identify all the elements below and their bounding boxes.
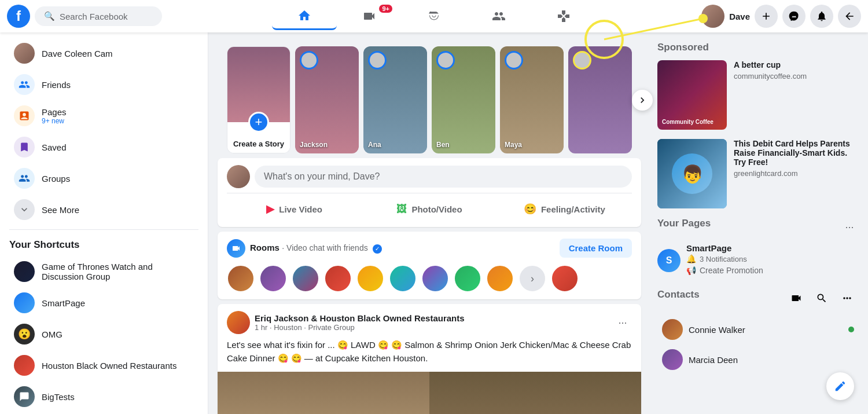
- nav-watch-button[interactable]: 9+: [337, 2, 402, 30]
- new-room-button[interactable]: [785, 287, 808, 310]
- shortcut-got[interactable]: Game of Thrones Watch and Discussion Gro…: [5, 257, 203, 287]
- sidebar-item-groups[interactable]: Groups: [5, 163, 203, 193]
- pages-icon: [14, 105, 35, 126]
- nav-marketplace-button[interactable]: [402, 2, 466, 30]
- contact-avatar-2: [662, 349, 683, 370]
- search-contacts-button[interactable]: [810, 287, 833, 310]
- story-card-4[interactable]: Maya: [500, 46, 564, 153]
- create-promotion-button[interactable]: 📢 Create Promotion: [686, 263, 763, 277]
- topnav-left: f 🔍 Search Facebook: [0, 5, 174, 28]
- pages-more-button[interactable]: ···: [840, 218, 859, 236]
- feed-post-author[interactable]: Eriq Jackson & Houston Black Owned Resta…: [255, 313, 465, 323]
- room-avatar-7[interactable]: [421, 265, 449, 292]
- room-avatar-9[interactable]: [486, 265, 514, 292]
- contacts-actions: [785, 287, 859, 310]
- rooms-subtitle: Video chat with friends: [286, 243, 368, 252]
- facebook-logo[interactable]: f: [7, 5, 30, 28]
- stories-next-button[interactable]: [632, 90, 653, 111]
- room-avatar-5[interactable]: [356, 265, 384, 292]
- notifications-label: 3 Notifications: [700, 255, 747, 263]
- contact-item-1[interactable]: Connie Walker: [657, 317, 859, 342]
- sidebar-item-pages[interactable]: Pages 9+ new: [5, 101, 203, 131]
- room-avatar-1[interactable]: [227, 265, 255, 292]
- nav-gaming-button[interactable]: [531, 2, 596, 30]
- room-avatar-6[interactable]: [389, 265, 417, 292]
- omg-avatar: 😮: [14, 324, 35, 345]
- feed-post-image-1: [218, 372, 429, 414]
- user-avatar-button[interactable]: [701, 5, 724, 28]
- live-video-button[interactable]: ▶ Live Video: [227, 198, 362, 220]
- contact-name-2: Marcia Deen: [689, 355, 738, 365]
- search-bar[interactable]: 🔍 Search Facebook: [35, 6, 162, 26]
- create-story-card[interactable]: + Create a Story: [227, 46, 290, 153]
- stories-row: + Create a Story Jackson: [218, 46, 641, 153]
- notifications-button[interactable]: [810, 5, 833, 28]
- room-avatar-11[interactable]: [551, 265, 579, 292]
- messenger-button[interactable]: [782, 5, 806, 28]
- shortcut-houston[interactable]: Houston Black Owned Restaurants: [5, 350, 203, 380]
- smartpage-avatar: [14, 292, 35, 313]
- story-card-2[interactable]: Ana: [363, 46, 427, 153]
- contact-avatar-1: [662, 319, 683, 340]
- sponsored-image-2: 👦: [657, 139, 727, 208]
- create-room-button[interactable]: Create Room: [560, 239, 632, 258]
- photo-video-button[interactable]: 🖼 Photo/Video: [362, 198, 496, 220]
- contacts-header: Contacts: [657, 287, 859, 310]
- feed-post-meta: 1 hr · Houston · Private Group: [255, 323, 465, 332]
- search-icon: 🔍: [44, 11, 55, 21]
- sidebar-item-saved[interactable]: Saved: [5, 132, 203, 162]
- contact-item-2[interactable]: Marcia Deen: [657, 347, 859, 372]
- menu-button[interactable]: [838, 5, 861, 28]
- story-card-5[interactable]: [568, 46, 632, 153]
- rooms-title: Rooms: [250, 243, 279, 252]
- sponsored-item-1[interactable]: Community Coffee A better cup communityc…: [657, 60, 859, 130]
- sponsored-title: Sponsored: [657, 42, 859, 53]
- sponsored-item-2[interactable]: 👦 This Debit Card Helps Parents Raise Fi…: [657, 139, 859, 208]
- smartpage-name: SmartPage: [686, 243, 763, 253]
- story-4-label: Maya: [505, 141, 559, 149]
- topnav-center: 9+: [174, 2, 694, 30]
- shortcut-smartpage[interactable]: SmartPage: [5, 288, 203, 318]
- live-video-icon: ▶: [266, 203, 274, 215]
- room-avatar-3[interactable]: [292, 265, 319, 292]
- nav-groups-button[interactable]: [466, 2, 531, 30]
- room-avatar-8[interactable]: [454, 265, 481, 292]
- story-card-3[interactable]: Ben: [432, 46, 495, 153]
- story-1-avatar: [300, 51, 318, 69]
- sidebar-pages-label: Pages: [42, 107, 67, 117]
- sidebar-username: Dave Coleen Cam: [42, 49, 113, 58]
- edit-messenger-button[interactable]: [826, 372, 854, 400]
- contacts-more-button[interactable]: [836, 287, 859, 310]
- sponsored-url-2: greenlightcard.com: [734, 169, 859, 178]
- sidebar-user-profile[interactable]: Dave Coleen Cam: [5, 38, 203, 68]
- username-button[interactable]: Dave: [729, 12, 750, 21]
- shortcuts-title: Your Shortcuts: [0, 235, 208, 255]
- story-card-1[interactable]: Jackson: [295, 46, 359, 153]
- post-input[interactable]: What's on your mind, Dave?: [255, 166, 632, 188]
- room-avatar-more[interactable]: ›: [518, 265, 546, 292]
- page-item-smartpage[interactable]: S SmartPage 🔔 3 Notifications 📢 Create P…: [657, 243, 859, 277]
- rooms-header: Rooms · Video chat with friends ✓ Create…: [227, 239, 632, 258]
- sponsored-title-1: A better cup: [734, 60, 807, 69]
- groups-icon: [14, 168, 35, 189]
- create-button[interactable]: [755, 5, 778, 28]
- rooms-title-group: Rooms · Video chat with friends ✓: [250, 243, 382, 254]
- shortcut-bigtests[interactable]: BigTests: [5, 382, 203, 412]
- feed-post-more-button[interactable]: ···: [613, 313, 632, 332]
- sidebar-saved-label: Saved: [42, 142, 67, 152]
- sidebar-divider: [9, 229, 198, 230]
- nav-home-button[interactable]: [272, 2, 337, 30]
- feeling-button[interactable]: 😊 Feeling/Activity: [497, 198, 632, 220]
- room-avatar-4[interactable]: [324, 265, 352, 292]
- sidebar-item-see-more[interactable]: See More: [5, 195, 203, 225]
- shortcut-omg[interactable]: 😮 OMG: [5, 319, 203, 349]
- sidebar-item-friends[interactable]: Friends: [5, 69, 203, 100]
- smartpage-notifications[interactable]: 🔔 3 Notifications: [686, 254, 763, 263]
- create-promo-icon: 📢: [686, 266, 696, 275]
- sponsored-image-1: Community Coffee: [657, 60, 727, 130]
- sponsored-url-1: communitycoffee.com: [734, 72, 807, 80]
- topnav-right: Dave: [694, 5, 868, 28]
- sidebar-user-avatar: [14, 43, 35, 64]
- room-avatar-2[interactable]: [259, 265, 287, 292]
- your-pages-title: Your Pages: [657, 218, 711, 229]
